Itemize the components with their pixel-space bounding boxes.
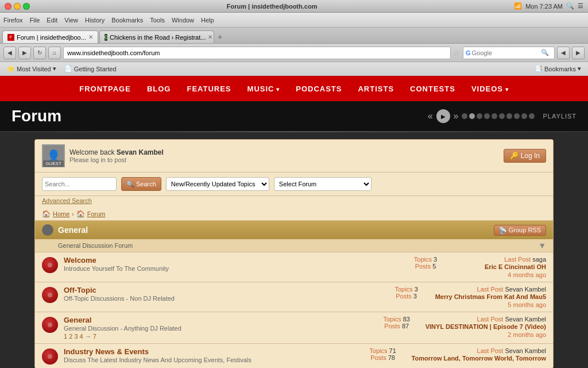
forum-name-welcome[interactable]: Welcome — [64, 256, 397, 264]
login-prompt: Please log in to post — [69, 156, 164, 163]
forum-name-industry[interactable]: Industry News & Events — [64, 347, 354, 356]
login-button[interactable]: 🔑 Log In — [504, 149, 546, 163]
tab-forum[interactable]: F Forum | insidethedjboo... ✕ — [2, 30, 98, 43]
minimize-button[interactable] — [14, 3, 21, 10]
nav-arrow-left[interactable]: ◀ — [557, 47, 570, 59]
advanced-search-link[interactable]: Advanced Search — [35, 196, 553, 208]
search-icon[interactable]: 🔍 — [566, 2, 574, 10]
reload-button[interactable]: ↻ — [33, 47, 46, 59]
page-next-icon[interactable]: → — [85, 333, 91, 340]
player-dots — [462, 113, 535, 119]
bookmarks-right[interactable]: 📑 Bookmarks ▾ — [531, 64, 585, 74]
nav-features[interactable]: FEATURES — [185, 82, 232, 95]
close-button[interactable] — [5, 3, 11, 10]
tab-favicon-2: C — [105, 34, 107, 41]
forum-row-icon-welcome — [42, 257, 58, 273]
nav-contests[interactable]: CONTESTS — [409, 82, 457, 95]
breadcrumb-forum[interactable]: Forum — [87, 210, 106, 217]
google-search-icon[interactable]: 🔍 — [541, 49, 549, 56]
forward-button[interactable]: ▶ — [18, 47, 31, 59]
page-link-4[interactable]: 4 — [80, 333, 83, 340]
skip-back-button[interactable]: « — [428, 111, 433, 121]
forum-search-input-wrapper[interactable] — [42, 177, 117, 191]
home-button[interactable]: ⌂ — [48, 47, 61, 59]
last-post-title-general[interactable]: VINYL DESTINATION | Episode 7 (Video) — [425, 323, 546, 330]
player-dot-6[interactable] — [499, 113, 505, 119]
topics-label-industry: Topics 71 — [360, 347, 406, 354]
last-post-title-welcome[interactable]: Eric E Cincinnati OH — [454, 263, 546, 270]
player-dot-3[interactable] — [477, 113, 482, 119]
nav-blog[interactable]: BLOG — [146, 82, 172, 95]
menu-icon[interactable]: ☰ — [578, 2, 583, 10]
nav-arrow-right[interactable]: ▶ — [572, 47, 585, 59]
player-dot-4[interactable] — [484, 113, 490, 119]
player-dot-7[interactable] — [506, 113, 512, 119]
menu-firefox[interactable]: Firefox — [3, 17, 23, 24]
most-visited-label: Most Visited — [17, 66, 51, 72]
player-dot-10[interactable] — [529, 113, 535, 119]
breadcrumb-separator: › — [72, 211, 74, 217]
section-icon — [42, 224, 53, 236]
player-dot-2[interactable] — [469, 113, 475, 119]
group-rss-button[interactable]: 📡 Group RSS — [494, 225, 546, 236]
bookmarks-most-visited[interactable]: ⭐ Most Visited ▾ — [3, 64, 60, 74]
player-dot-9[interactable] — [521, 113, 527, 119]
forum-search-input[interactable] — [45, 181, 114, 187]
menu-window[interactable]: Window — [172, 17, 194, 24]
breadcrumb-home[interactable]: Home — [53, 210, 69, 217]
welcome-prefix: Welcome back — [69, 148, 114, 156]
page-link-3[interactable]: 3 — [74, 333, 78, 340]
most-visited-icon: ⭐ — [7, 65, 15, 72]
player-dot-1[interactable] — [462, 113, 467, 119]
bookmark-star[interactable]: ☆ — [453, 48, 461, 57]
forum-last-industry: Last Post Sevan Kambel Tomorrow Land, To… — [412, 347, 546, 362]
address-input[interactable] — [63, 47, 451, 59]
tab-close-1[interactable]: ✕ — [88, 34, 93, 40]
forum-name-general[interactable]: General — [64, 316, 368, 324]
topic-select[interactable]: New/Recently Updated Topics — [166, 177, 269, 191]
play-button[interactable]: ▶ — [436, 109, 450, 123]
nav-frontpage[interactable]: FRONTPAGE — [78, 82, 132, 95]
nav-artists[interactable]: ARTISTS — [357, 82, 395, 95]
tab-close-2[interactable]: ✕ — [208, 34, 212, 40]
firefox-menubar: Firefox File Edit View History Bookmarks… — [0, 13, 588, 28]
tab-favicon-1: F — [7, 34, 14, 41]
tab-chickens[interactable]: C Chickens in the Road › Registrat... ✕ — [99, 30, 214, 43]
menu-file[interactable]: File — [30, 17, 40, 24]
forum-name-offtopic[interactable]: Off-Topic — [64, 286, 378, 294]
main-content: 👤 GUEST Welcome back Sevan Kambel Please… — [0, 132, 588, 368]
forum-last-offtopic: Last Post Sevan Kambel Merry Christmas F… — [435, 286, 546, 308]
last-post-title-offtopic[interactable]: Merry Christmas From Kat And Mau5 — [435, 293, 546, 300]
search-box[interactable]: G 🔍 — [463, 47, 555, 59]
menu-history[interactable]: History — [85, 17, 105, 24]
menu-edit[interactable]: Edit — [47, 17, 57, 24]
forum-search-bar: 🔍 Search New/Recently Updated Topics Sel… — [35, 172, 553, 196]
forum-last-welcome: Last Post saga Eric E Cincinnati OH 4 mo… — [454, 256, 546, 278]
general-desc-text: General Discussion Forum — [58, 242, 538, 249]
nav-music[interactable]: MUSIC — [246, 82, 281, 95]
menu-bookmarks[interactable]: Bookmarks — [111, 17, 143, 24]
forum-search-button[interactable]: 🔍 Search — [121, 177, 161, 191]
bookmarks-getting-started[interactable]: 📄 Getting Started — [61, 64, 120, 74]
nav-videos[interactable]: VIDEOS — [470, 82, 510, 95]
menu-view[interactable]: View — [64, 17, 78, 24]
new-tab-button[interactable]: + — [215, 30, 225, 43]
back-button[interactable]: ◀ — [3, 47, 16, 59]
page-link-1[interactable]: 1 — [64, 333, 67, 340]
menu-tools[interactable]: Tools — [150, 17, 165, 24]
page-link-2[interactable]: 2 — [69, 333, 72, 340]
forum-select[interactable]: Select Forum — [274, 177, 372, 191]
section-arrow-icon: ▼ — [538, 241, 546, 250]
nav-podcasts[interactable]: PODCASTS — [295, 82, 343, 95]
google-search-input[interactable] — [472, 49, 541, 56]
menu-help[interactable]: Help — [201, 17, 214, 24]
player-dot-8[interactable] — [514, 113, 520, 119]
home-icon: 🏠 — [42, 210, 51, 218]
general-title: General — [58, 225, 88, 235]
page-link-7[interactable]: 7 — [93, 333, 96, 340]
maximize-button[interactable] — [23, 3, 30, 10]
player-dot-5[interactable] — [492, 113, 497, 119]
skip-forward-button[interactable]: » — [454, 111, 459, 121]
forum-header: Forum « ▶ » PLAYLIST — [0, 101, 588, 131]
last-post-title-industry[interactable]: Tomorrow Land, Tomorrow World, Tomorrow — [412, 355, 546, 362]
